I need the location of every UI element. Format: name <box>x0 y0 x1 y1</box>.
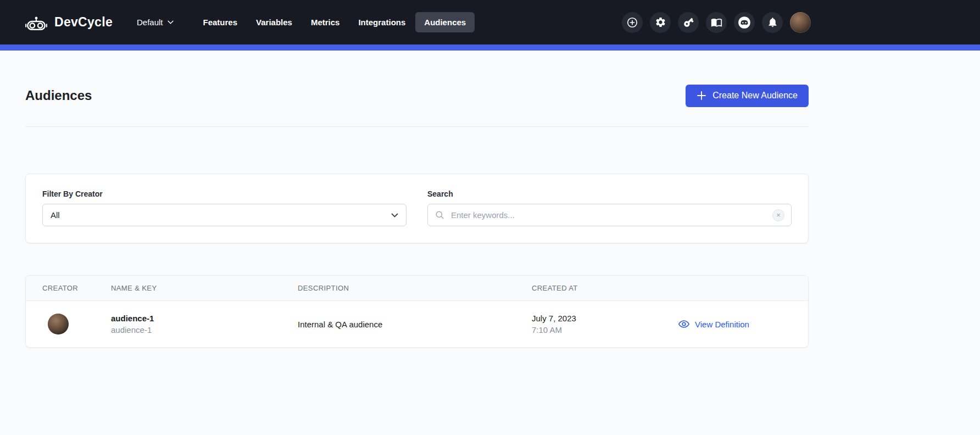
audience-name: audience-1 <box>111 314 298 323</box>
column-header-creator: CREATOR <box>42 284 111 292</box>
chevron-down-icon <box>391 213 398 217</box>
column-header-description: DESCRIPTION <box>298 284 532 292</box>
settings-button[interactable] <box>650 12 671 33</box>
docs-button[interactable] <box>706 12 727 33</box>
clear-search-button[interactable]: × <box>772 209 784 221</box>
create-new-audience-button[interactable]: Create New Audience <box>686 85 809 107</box>
name-key-cell: audience-1 audience-1 <box>111 314 298 334</box>
navbar-icon-group <box>622 12 811 33</box>
main-content: Audiences Create New Audience Filter By … <box>0 79 834 348</box>
created-at-cell: July 7, 2023 7:10 AM <box>532 314 662 334</box>
book-icon <box>711 16 722 28</box>
search-label: Search <box>427 189 792 198</box>
header-divider <box>25 126 809 127</box>
view-definition-link[interactable]: View Definition <box>678 318 792 330</box>
actions-cell: View Definition <box>662 318 792 330</box>
primary-nav: Features Variables Metrics Integrations … <box>194 12 475 32</box>
top-navbar: DevCycle Default Features Variables Metr… <box>0 0 980 44</box>
chevron-down-icon <box>168 20 174 24</box>
table-header-row: CREATOR NAME & KEY DESCRIPTION CREATED A… <box>26 276 808 301</box>
column-header-created-at: CREATED AT <box>532 284 662 292</box>
discord-button[interactable] <box>734 12 755 33</box>
eye-icon <box>678 318 690 330</box>
notifications-button[interactable] <box>762 12 783 33</box>
creator-avatar <box>48 314 69 334</box>
search-field: Search × <box>427 189 792 226</box>
bell-icon <box>767 16 778 28</box>
audience-key: audience-1 <box>111 325 298 334</box>
filter-card: Filter By Creator All Search × <box>25 174 809 243</box>
nav-item-features[interactable]: Features <box>194 12 247 32</box>
nav-item-integrations[interactable]: Integrations <box>349 12 414 32</box>
audiences-table: CREATOR NAME & KEY DESCRIPTION CREATED A… <box>25 275 809 348</box>
column-header-name-key: NAME & KEY <box>111 284 298 292</box>
creator-filter-value: All <box>51 210 60 220</box>
brand-name: DevCycle <box>54 15 113 30</box>
view-definition-label: View Definition <box>695 320 749 329</box>
creator-filter-select[interactable]: All <box>42 204 407 226</box>
project-selector-label: Default <box>137 18 163 27</box>
nav-item-metrics[interactable]: Metrics <box>302 12 349 32</box>
create-new-audience-label: Create New Audience <box>712 91 798 101</box>
gear-icon <box>655 16 666 28</box>
table-row: audience-1 audience-1 Internal & QA audi… <box>26 301 808 347</box>
nav-item-audiences[interactable]: Audiences <box>415 12 475 32</box>
created-time: 7:10 AM <box>532 325 662 334</box>
user-avatar[interactable] <box>790 12 811 33</box>
creator-cell <box>42 314 111 334</box>
devcycle-logo[interactable]: DevCycle <box>25 13 113 32</box>
creator-filter-field: Filter By Creator All <box>42 189 407 226</box>
add-circle-button[interactable] <box>622 12 643 33</box>
search-box: × <box>427 204 792 226</box>
page-header: Audiences Create New Audience <box>25 79 809 112</box>
discord-icon <box>737 15 751 30</box>
page-title: Audiences <box>25 88 92 103</box>
key-icon <box>683 16 694 28</box>
search-input[interactable] <box>450 210 767 220</box>
nav-item-variables[interactable]: Variables <box>247 12 301 32</box>
project-selector[interactable]: Default <box>137 18 174 27</box>
created-date: July 7, 2023 <box>532 314 662 323</box>
accent-bar <box>0 44 980 51</box>
plus-icon <box>697 91 706 101</box>
search-icon <box>435 210 445 220</box>
close-icon: × <box>776 211 781 219</box>
description-cell: Internal & QA audience <box>298 320 532 329</box>
add-circle-icon <box>626 16 638 29</box>
api-keys-button[interactable] <box>678 12 699 33</box>
devcycle-robot-icon <box>25 13 47 32</box>
creator-filter-label: Filter By Creator <box>42 189 407 198</box>
